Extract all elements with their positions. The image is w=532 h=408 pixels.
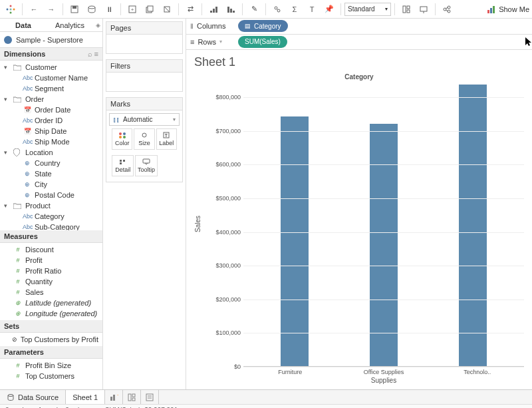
- new-datasource-icon[interactable]: [84, 2, 100, 17]
- new-story-icon[interactable]: [141, 390, 159, 404]
- logo-icon[interactable]: [3, 2, 19, 17]
- svg-rect-46: [143, 159, 150, 163]
- field-sub-category[interactable]: AbcSub-Category: [0, 222, 102, 230]
- clear-icon[interactable]: [159, 2, 175, 17]
- field-product[interactable]: ▾Product: [0, 200, 102, 211]
- svg-point-37: [123, 132, 126, 135]
- highlight-icon[interactable]: ✎: [246, 2, 262, 17]
- field-country[interactable]: ⊕Country: [0, 158, 102, 168]
- field-postal-code[interactable]: ⊕Postal Code: [0, 190, 102, 200]
- field-ship-date[interactable]: 📅Ship Date: [0, 126, 102, 136]
- svg-rect-45: [120, 162, 122, 164]
- svg-rect-18: [230, 9, 232, 13]
- field-customer-name[interactable]: AbcCustomer Name: [0, 73, 102, 83]
- field-profit[interactable]: #Profit: [0, 255, 102, 266]
- svg-rect-51: [128, 394, 131, 401]
- field-order-id[interactable]: AbcOrder ID: [0, 115, 102, 126]
- field-longitude--generated-[interactable]: ⊕Longitude (generated): [0, 308, 102, 319]
- field-sales[interactable]: #Sales: [0, 287, 102, 298]
- bar-technolo..[interactable]: [459, 85, 487, 366]
- svg-rect-11: [148, 6, 153, 11]
- sort-asc-icon[interactable]: [205, 2, 221, 17]
- chart-plot[interactable]: [243, 81, 524, 367]
- marks-color[interactable]: Color: [112, 128, 132, 150]
- marks-detail[interactable]: Detail: [112, 155, 134, 176]
- marks-label[interactable]: TLabel: [156, 128, 177, 150]
- field-profit-ratio[interactable]: #Profit Ratio: [0, 266, 102, 276]
- marks-card: Marks ⫿⫿Automatic▾ Color Size TLabel Det…: [106, 97, 183, 182]
- svg-point-7: [88, 6, 95, 9]
- section-measures: Measures: [0, 230, 102, 243]
- totals-icon[interactable]: Σ: [287, 2, 303, 17]
- chart-title: Category: [194, 73, 524, 81]
- marks-size[interactable]: Size: [134, 128, 154, 150]
- new-dashboard-icon[interactable]: [123, 390, 141, 404]
- swap-icon[interactable]: ⇄: [182, 2, 198, 17]
- field-location[interactable]: ▾Location: [0, 147, 102, 158]
- labels-icon[interactable]: T: [304, 2, 320, 17]
- bar-office supplies[interactable]: [370, 124, 398, 366]
- svg-rect-15: [213, 9, 215, 13]
- columns-shelf[interactable]: ⦀Columns ▤Category: [186, 19, 532, 35]
- share-icon[interactable]: [439, 2, 455, 17]
- field-latitude--generated-[interactable]: ⊕Latitude (generated): [0, 298, 102, 308]
- dashboard-icon[interactable]: [398, 2, 414, 17]
- field-segment[interactable]: AbcSegment: [0, 83, 102, 94]
- save-icon[interactable]: [66, 2, 82, 17]
- set-item[interactable]: ⊘Top Customers by Profit: [0, 334, 102, 345]
- bar-furniture[interactable]: [281, 116, 309, 366]
- new-worksheet-icon[interactable]: +: [105, 390, 123, 404]
- svg-rect-35: [493, 6, 495, 13]
- marks-type-selector[interactable]: ⫿⫿Automatic▾: [109, 113, 180, 126]
- y-axis-label: Sales: [194, 81, 205, 367]
- redo-icon[interactable]: →: [43, 2, 59, 17]
- pages-card[interactable]: Pages: [106, 21, 183, 54]
- field-city[interactable]: ⊕City: [0, 179, 102, 190]
- svg-rect-17: [227, 7, 229, 13]
- field-order-date[interactable]: 📅Order Date: [0, 104, 102, 115]
- rows-shelf[interactable]: ≡Rows▾ SUM(Sales): [186, 35, 532, 51]
- sheet-title[interactable]: Sheet 1: [194, 55, 524, 69]
- tab-sheet1[interactable]: Sheet 1: [66, 390, 105, 404]
- field-discount[interactable]: #Discount: [0, 244, 102, 255]
- field-category[interactable]: AbcCategory: [0, 211, 102, 222]
- pill-category[interactable]: ▤Category: [238, 20, 288, 32]
- field-quantity[interactable]: #Quantity: [0, 276, 102, 287]
- svg-point-36: [119, 132, 122, 135]
- field-customer[interactable]: ▾Customer: [0, 62, 102, 73]
- tab-data[interactable]: Data: [0, 19, 47, 31]
- svg-point-40: [142, 133, 146, 137]
- field-order[interactable]: ▾Order: [0, 94, 102, 104]
- x-axis-label: Supplies: [243, 377, 524, 384]
- svg-point-0: [10, 5, 12, 7]
- undo-icon[interactable]: ←: [26, 2, 42, 17]
- filters-card[interactable]: Filters: [106, 59, 183, 92]
- toolbar: ← → ⏸ + ⇄ ✎ Σ T 📌 Standard▾ Show Me: [0, 0, 532, 19]
- presentation-icon[interactable]: [416, 2, 432, 17]
- group-icon[interactable]: [269, 2, 285, 17]
- new-sheet-icon[interactable]: +: [124, 2, 140, 17]
- duplicate-icon[interactable]: [142, 2, 158, 17]
- data-pane: Data Analytics ◈ Sample - Superstore Dim…: [0, 19, 103, 389]
- param-item[interactable]: #Top Customers: [0, 371, 102, 381]
- pin-icon[interactable]: 📌: [321, 2, 337, 17]
- tab-datasource[interactable]: Data Source: [0, 390, 66, 404]
- marks-tooltip[interactable]: Tooltip: [135, 155, 157, 176]
- x-tick: Furniture: [243, 367, 337, 375]
- pane-menu-icon[interactable]: ◈: [93, 19, 102, 31]
- field-ship-mode[interactable]: AbcShip Mode: [0, 136, 102, 147]
- svg-text:T: T: [165, 133, 168, 138]
- svg-point-1: [7, 8, 9, 10]
- param-item[interactable]: #Profit Bin Size: [0, 360, 102, 371]
- tab-analytics[interactable]: Analytics: [47, 19, 93, 31]
- field-state[interactable]: ⊕State: [0, 168, 102, 179]
- fit-selector[interactable]: Standard▾: [344, 3, 391, 16]
- pill-sum-sales[interactable]: SUM(Sales): [238, 36, 287, 48]
- show-me-button[interactable]: Show Me: [487, 5, 529, 14]
- pause-icon[interactable]: ⏸: [101, 2, 117, 17]
- datasource-row[interactable]: Sample - Superstore: [0, 32, 102, 48]
- svg-rect-52: [132, 394, 135, 397]
- sort-desc-icon[interactable]: [223, 2, 239, 17]
- y-tick: $200,000: [215, 296, 241, 303]
- svg-point-3: [10, 11, 12, 13]
